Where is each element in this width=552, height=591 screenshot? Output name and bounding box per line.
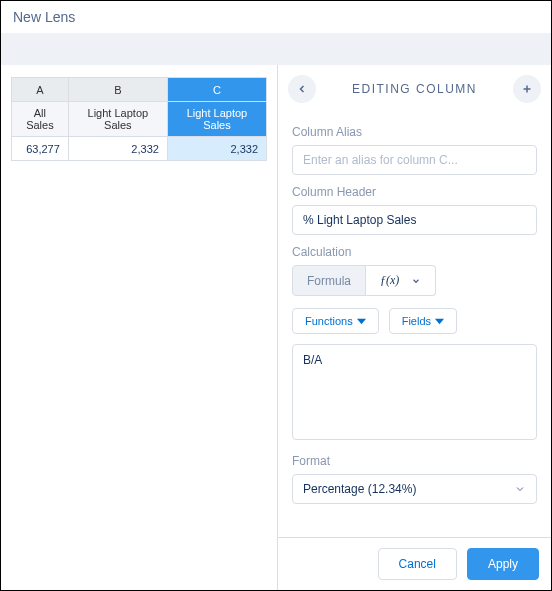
column-editor-panel: EDITING COLUMN Column Alias Column Heade… (277, 65, 551, 590)
caret-down-icon (435, 317, 444, 326)
fx-tab[interactable]: ƒ(x) (366, 265, 436, 296)
fields-label: Fields (402, 315, 431, 327)
fx-tab-label: ƒ(x) (380, 273, 399, 288)
format-value: Percentage (12.34%) (303, 482, 416, 496)
col-letter-b[interactable]: B (68, 78, 167, 102)
formula-helpers-row: Functions Fields (292, 308, 537, 334)
chevron-left-icon (296, 83, 308, 95)
cell-a1[interactable]: 63,277 (12, 137, 69, 161)
alias-input[interactable] (292, 145, 537, 175)
formula-tab[interactable]: Formula (292, 265, 366, 296)
calculation-label: Calculation (292, 245, 537, 259)
toolbar-strip (1, 33, 551, 65)
col-header-a[interactable]: All Sales (12, 102, 69, 137)
caret-down-icon (357, 317, 366, 326)
panel-footer: Cancel Apply (278, 537, 551, 590)
header-label: Column Header (292, 185, 537, 199)
col-header-b[interactable]: Light Laptop Sales (68, 102, 167, 137)
fields-dropdown[interactable]: Fields (389, 308, 457, 334)
cell-b1[interactable]: 2,332 (68, 137, 167, 161)
functions-dropdown[interactable]: Functions (292, 308, 379, 334)
functions-label: Functions (305, 315, 353, 327)
chevron-down-icon (514, 483, 526, 495)
panel-title: EDITING COLUMN (316, 82, 513, 96)
chevron-down-icon (411, 276, 421, 286)
format-select[interactable]: Percentage (12.34%) (292, 474, 537, 504)
header-input[interactable] (292, 205, 537, 235)
format-label: Format (292, 454, 537, 468)
col-letter-c[interactable]: C (167, 78, 266, 102)
main-area: A B C All Sales Light Laptop Sales Light… (1, 65, 551, 590)
col-header-c[interactable]: Light Laptop Sales (167, 102, 266, 137)
page-header: New Lens (1, 1, 551, 33)
svg-marker-3 (435, 318, 444, 323)
plus-icon (521, 83, 533, 95)
apply-button[interactable]: Apply (467, 548, 539, 580)
panel-header-row: EDITING COLUMN (278, 65, 551, 109)
left-panel: A B C All Sales Light Laptop Sales Light… (1, 65, 277, 590)
back-button[interactable] (288, 75, 316, 103)
formula-textarea[interactable] (292, 344, 537, 440)
cancel-button[interactable]: Cancel (378, 548, 457, 580)
calculation-type-segment: Formula ƒ(x) (292, 265, 537, 296)
formula-tab-label: Formula (307, 274, 351, 288)
svg-marker-2 (357, 318, 366, 323)
data-table: A B C All Sales Light Laptop Sales Light… (11, 77, 267, 161)
cell-c1[interactable]: 2,332 (167, 137, 266, 161)
alias-label: Column Alias (292, 125, 537, 139)
col-letter-a[interactable]: A (12, 78, 69, 102)
panel-body: Column Alias Column Header Calculation F… (278, 109, 551, 537)
page-title: New Lens (13, 9, 75, 25)
add-column-button[interactable] (513, 75, 541, 103)
